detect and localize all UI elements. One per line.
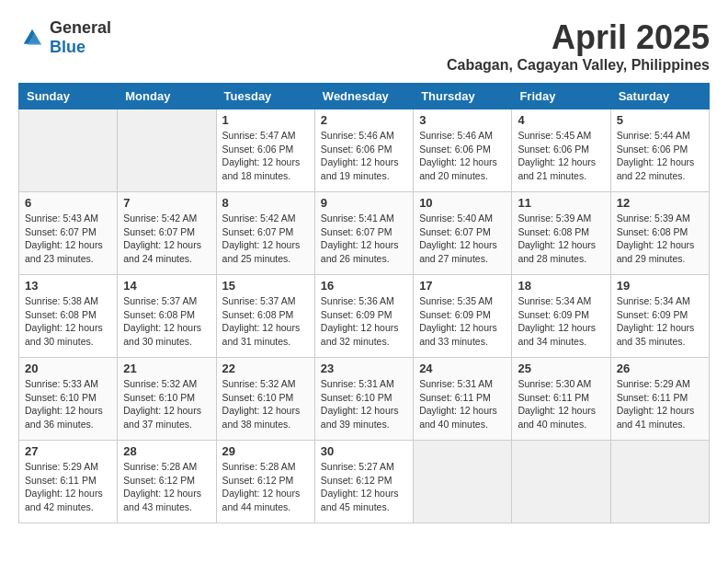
calendar-cell: 20Sunrise: 5:33 AMSunset: 6:10 PMDayligh…	[19, 358, 118, 441]
day-number: 24	[419, 362, 506, 375]
logo: General Blue	[18, 18, 111, 57]
day-detail: Sunrise: 5:37 AMSunset: 6:08 PMDaylight:…	[222, 294, 309, 349]
day-number: 1	[222, 113, 309, 127]
location-title: Cabagan, Cagayan Valley, Philippines	[447, 57, 710, 74]
day-number: 22	[222, 362, 309, 375]
calendar-week-row: 13Sunrise: 5:38 AMSunset: 6:08 PMDayligh…	[19, 275, 710, 358]
logo-icon	[18, 27, 46, 49]
day-detail: Sunrise: 5:31 AMSunset: 6:11 PMDaylight:…	[419, 377, 506, 431]
calendar-cell: 15Sunrise: 5:37 AMSunset: 6:08 PMDayligh…	[216, 275, 314, 358]
day-of-week-header: Sunday	[19, 84, 118, 109]
day-detail: Sunrise: 5:42 AMSunset: 6:07 PMDaylight:…	[222, 212, 309, 266]
day-detail: Sunrise: 5:38 AMSunset: 6:08 PMDaylight:…	[25, 294, 111, 349]
day-detail: Sunrise: 5:42 AMSunset: 6:07 PMDaylight:…	[123, 212, 210, 266]
day-number: 20	[25, 362, 111, 375]
calendar-cell: 11Sunrise: 5:39 AMSunset: 6:08 PMDayligh…	[512, 192, 610, 275]
day-number: 18	[518, 279, 604, 293]
day-detail: Sunrise: 5:28 AMSunset: 6:12 PMDaylight:…	[222, 460, 309, 514]
day-of-week-header: Friday	[512, 84, 610, 109]
calendar-cell: 7Sunrise: 5:42 AMSunset: 6:07 PMDaylight…	[118, 192, 216, 275]
calendar-week-row: 20Sunrise: 5:33 AMSunset: 6:10 PMDayligh…	[19, 358, 710, 441]
month-title: April 2025	[447, 18, 710, 57]
day-number: 12	[617, 196, 703, 210]
calendar-cell: 18Sunrise: 5:34 AMSunset: 6:09 PMDayligh…	[512, 275, 610, 358]
calendar-cell: 19Sunrise: 5:34 AMSunset: 6:09 PMDayligh…	[610, 275, 709, 358]
day-number: 8	[222, 196, 309, 210]
day-detail: Sunrise: 5:39 AMSunset: 6:08 PMDaylight:…	[617, 212, 703, 266]
day-detail: Sunrise: 5:45 AMSunset: 6:06 PMDaylight:…	[518, 129, 604, 183]
calendar-cell: 17Sunrise: 5:35 AMSunset: 6:09 PMDayligh…	[414, 275, 512, 358]
calendar-cell: 3Sunrise: 5:46 AMSunset: 6:06 PMDaylight…	[414, 109, 512, 192]
page-header: General Blue April 2025 Cabagan, Cagayan…	[18, 18, 710, 74]
calendar-cell: 26Sunrise: 5:29 AMSunset: 6:11 PMDayligh…	[610, 358, 709, 441]
day-number: 9	[321, 196, 407, 210]
calendar-week-row: 1Sunrise: 5:47 AMSunset: 6:06 PMDaylight…	[19, 109, 710, 192]
day-number: 7	[123, 196, 210, 210]
day-number: 19	[617, 279, 703, 293]
day-number: 3	[419, 113, 506, 127]
calendar-cell: 24Sunrise: 5:31 AMSunset: 6:11 PMDayligh…	[414, 358, 512, 441]
calendar-cell: 8Sunrise: 5:42 AMSunset: 6:07 PMDaylight…	[216, 192, 314, 275]
calendar-cell	[610, 441, 709, 523]
calendar-cell: 25Sunrise: 5:30 AMSunset: 6:11 PMDayligh…	[512, 358, 610, 441]
day-detail: Sunrise: 5:47 AMSunset: 6:06 PMDaylight:…	[222, 129, 309, 183]
day-detail: Sunrise: 5:35 AMSunset: 6:09 PMDaylight:…	[419, 294, 506, 349]
day-detail: Sunrise: 5:44 AMSunset: 6:06 PMDaylight:…	[617, 129, 703, 183]
day-number: 30	[321, 444, 407, 458]
day-number: 28	[123, 444, 210, 458]
day-detail: Sunrise: 5:46 AMSunset: 6:06 PMDaylight:…	[419, 129, 506, 183]
day-detail: Sunrise: 5:28 AMSunset: 6:12 PMDaylight:…	[123, 460, 210, 514]
calendar-cell: 30Sunrise: 5:27 AMSunset: 6:12 PMDayligh…	[314, 441, 413, 523]
calendar-cell: 12Sunrise: 5:39 AMSunset: 6:08 PMDayligh…	[610, 192, 709, 275]
day-of-week-header: Monday	[118, 84, 216, 109]
day-detail: Sunrise: 5:34 AMSunset: 6:09 PMDaylight:…	[518, 294, 604, 349]
day-detail: Sunrise: 5:32 AMSunset: 6:10 PMDaylight:…	[222, 377, 309, 431]
day-detail: Sunrise: 5:43 AMSunset: 6:07 PMDaylight:…	[25, 212, 111, 266]
day-detail: Sunrise: 5:33 AMSunset: 6:10 PMDaylight:…	[25, 377, 111, 431]
day-detail: Sunrise: 5:39 AMSunset: 6:08 PMDaylight:…	[518, 212, 604, 266]
day-number: 27	[25, 444, 111, 458]
day-number: 2	[321, 113, 407, 127]
calendar-cell: 28Sunrise: 5:28 AMSunset: 6:12 PMDayligh…	[118, 441, 216, 523]
logo-blue-text: Blue	[50, 38, 85, 56]
day-number: 15	[222, 279, 309, 293]
day-number: 17	[419, 279, 506, 293]
day-number: 5	[617, 113, 703, 127]
day-number: 10	[419, 196, 506, 210]
calendar-cell: 27Sunrise: 5:29 AMSunset: 6:11 PMDayligh…	[19, 441, 118, 523]
day-of-week-header: Thursday	[414, 84, 512, 109]
day-detail: Sunrise: 5:40 AMSunset: 6:07 PMDaylight:…	[419, 212, 506, 266]
calendar-cell: 6Sunrise: 5:43 AMSunset: 6:07 PMDaylight…	[19, 192, 118, 275]
calendar-cell: 21Sunrise: 5:32 AMSunset: 6:10 PMDayligh…	[118, 358, 216, 441]
day-detail: Sunrise: 5:31 AMSunset: 6:10 PMDaylight:…	[321, 377, 407, 431]
calendar-cell: 14Sunrise: 5:37 AMSunset: 6:08 PMDayligh…	[118, 275, 216, 358]
calendar-cell	[414, 441, 512, 523]
logo-general-text: General	[50, 18, 111, 37]
day-detail: Sunrise: 5:34 AMSunset: 6:09 PMDaylight:…	[617, 294, 703, 349]
calendar-cell: 13Sunrise: 5:38 AMSunset: 6:08 PMDayligh…	[19, 275, 118, 358]
day-number: 13	[25, 279, 111, 293]
calendar-cell	[19, 109, 118, 192]
calendar-cell: 2Sunrise: 5:46 AMSunset: 6:06 PMDaylight…	[314, 109, 413, 192]
day-number: 11	[518, 196, 604, 210]
calendar-cell: 22Sunrise: 5:32 AMSunset: 6:10 PMDayligh…	[216, 358, 314, 441]
calendar-week-row: 27Sunrise: 5:29 AMSunset: 6:11 PMDayligh…	[19, 441, 710, 523]
day-detail: Sunrise: 5:29 AMSunset: 6:11 PMDaylight:…	[25, 460, 111, 514]
day-number: 14	[123, 279, 210, 293]
day-number: 16	[321, 279, 407, 293]
calendar-cell: 23Sunrise: 5:31 AMSunset: 6:10 PMDayligh…	[314, 358, 413, 441]
day-number: 23	[321, 362, 407, 375]
calendar-cell: 10Sunrise: 5:40 AMSunset: 6:07 PMDayligh…	[414, 192, 512, 275]
calendar-cell: 1Sunrise: 5:47 AMSunset: 6:06 PMDaylight…	[216, 109, 314, 192]
calendar-cell: 16Sunrise: 5:36 AMSunset: 6:09 PMDayligh…	[314, 275, 413, 358]
day-of-week-header: Wednesday	[314, 84, 413, 109]
day-detail: Sunrise: 5:29 AMSunset: 6:11 PMDaylight:…	[617, 377, 703, 431]
day-of-week-header: Tuesday	[216, 84, 314, 109]
calendar-table: SundayMondayTuesdayWednesdayThursdayFrid…	[18, 83, 710, 523]
day-number: 25	[518, 362, 604, 375]
calendar-cell	[118, 109, 216, 192]
day-detail: Sunrise: 5:37 AMSunset: 6:08 PMDaylight:…	[123, 294, 210, 349]
day-detail: Sunrise: 5:30 AMSunset: 6:11 PMDaylight:…	[518, 377, 604, 431]
calendar-week-row: 6Sunrise: 5:43 AMSunset: 6:07 PMDaylight…	[19, 192, 710, 275]
day-detail: Sunrise: 5:32 AMSunset: 6:10 PMDaylight:…	[123, 377, 210, 431]
